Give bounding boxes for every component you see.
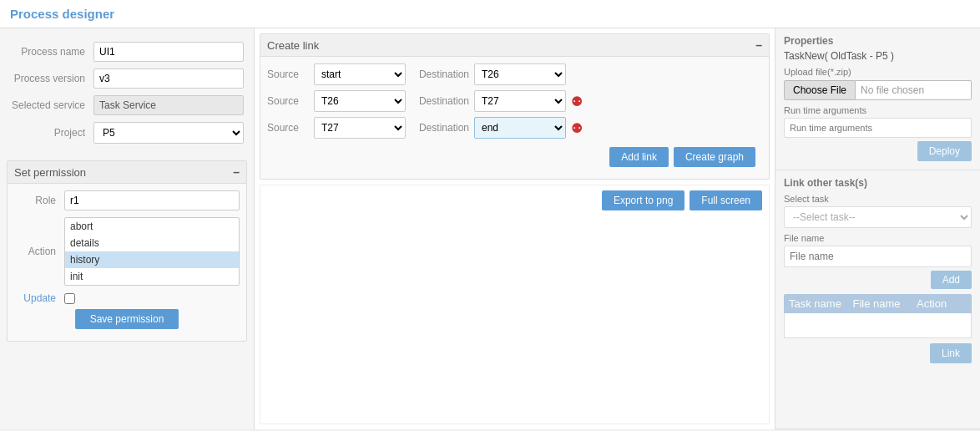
full-screen-button[interactable]: Full screen (690, 190, 762, 210)
dest-select-2[interactable]: T27 start T26 end (474, 90, 566, 112)
col-task-name: Task name (789, 297, 853, 310)
dest-select-3[interactable]: end start T26 T27 (474, 117, 566, 139)
link-row-1: Source start T26 T27 end Destination T26… (267, 63, 762, 85)
link-other-actions: Link (784, 338, 972, 365)
source-label-2: Source (267, 95, 309, 107)
process-version-label: Process version (10, 73, 93, 84)
choose-file-row: Choose File No file chosen (784, 80, 972, 100)
dest-label-1: Destination (411, 68, 469, 80)
create-link-collapse-icon[interactable]: – (755, 38, 762, 52)
file-name-input[interactable] (784, 246, 972, 267)
selected-service-label: Selected service (10, 99, 93, 111)
action-item-history[interactable]: history (65, 251, 239, 268)
file-name-label: File name (784, 233, 972, 243)
set-permission-body: Role Action abort details history init U… (8, 184, 246, 341)
middle-panel: Create link – Source start T26 T27 end D… (255, 28, 775, 429)
dest-select-1[interactable]: T26 start T27 end (474, 63, 566, 85)
set-permission-title: Set permission (14, 166, 86, 179)
table-body (784, 313, 972, 338)
graph-actions: Export to png Full screen (260, 185, 769, 216)
selected-service-row: Selected service Task Service (10, 95, 244, 115)
col-file-name: File name (853, 297, 917, 310)
process-name-label: Process name (10, 46, 93, 58)
action-item-details[interactable]: details (65, 235, 239, 251)
action-item-init[interactable]: init (65, 268, 239, 285)
role-label: Role (14, 195, 64, 206)
selected-service-value: Task Service (93, 95, 244, 115)
update-row: Update (14, 292, 240, 304)
link-other-section: Link other task(s) Select task --Select … (775, 170, 980, 429)
runtime-input[interactable] (784, 118, 972, 138)
select-task-label: Select task (784, 194, 972, 204)
link-row-3: Source T27 start T26 end Destination end… (267, 117, 762, 139)
project-row: Project P5 P1 P2 P3 (10, 122, 244, 144)
action-label: Action (14, 246, 64, 257)
app-title: Process designer (10, 7, 114, 21)
right-panel: Properties TaskNew( OldTask - P5 ) Uploa… (775, 28, 980, 429)
upload-label: Upload file(*.zip) (784, 67, 972, 77)
link-button[interactable]: Link (930, 343, 972, 363)
role-row: Role (14, 190, 240, 210)
deploy-row: Deploy (784, 141, 972, 163)
create-link-body: Source start T26 T27 end Destination T26… (260, 57, 769, 179)
process-name-input[interactable] (93, 42, 244, 62)
no-file-text: No file chosen (856, 80, 972, 100)
link-row-2: Source T26 start T27 end Destination T27… (267, 90, 762, 112)
col-action: Action (917, 297, 967, 310)
deploy-button[interactable]: Deploy (917, 141, 972, 161)
source-select-3[interactable]: T27 start T26 end (314, 117, 406, 139)
export-png-button[interactable]: Export to png (602, 190, 684, 210)
form-section: Process name Process version Selected se… (0, 37, 254, 155)
update-label: Update (14, 292, 64, 304)
create-graph-button[interactable]: Create graph (674, 147, 755, 167)
properties-subtitle: TaskNew( OldTask - P5 ) (784, 50, 972, 62)
action-list[interactable]: abort details history init (64, 217, 240, 286)
graph-area: Export to png Full screen (260, 185, 770, 424)
add-row: Add (784, 271, 972, 289)
select-task-select[interactable]: --Select task-- (784, 206, 972, 228)
properties-title: Properties (784, 35, 972, 47)
source-select-1[interactable]: start T26 T27 end (314, 63, 406, 85)
create-link-section: Create link – Source start T26 T27 end D… (260, 33, 770, 180)
process-name-row: Process name (10, 42, 244, 62)
set-permission-collapse-icon[interactable]: – (233, 165, 240, 179)
add-button[interactable]: Add (931, 271, 972, 289)
dest-label-3: Destination (411, 122, 469, 134)
process-version-row: Process version (10, 68, 244, 89)
save-permission-button[interactable]: Save permission (75, 309, 179, 329)
link-other-title: Link other task(s) (784, 177, 972, 189)
add-link-button[interactable]: Add link (609, 147, 669, 167)
role-input[interactable] (64, 190, 240, 210)
runtime-label: Run time arguments (784, 105, 972, 115)
update-checkbox[interactable] (64, 293, 75, 304)
properties-section: Properties TaskNew( OldTask - P5 ) Uploa… (775, 28, 980, 170)
set-permission-panel: Set permission – Role Action abort detai… (7, 160, 247, 342)
dest-label-2: Destination (411, 95, 469, 107)
action-row: Action abort details history init (14, 217, 240, 286)
main-container: Process name Process version Selected se… (0, 28, 980, 429)
project-select[interactable]: P5 P1 P2 P3 (93, 122, 244, 144)
action-item-abort[interactable]: abort (65, 218, 239, 235)
source-select-2[interactable]: T26 start T27 end (314, 90, 406, 112)
source-label-1: Source (267, 68, 309, 80)
set-permission-header: Set permission – (8, 161, 246, 184)
top-bar: Process designer (0, 0, 980, 28)
left-panel: Process name Process version Selected se… (0, 28, 255, 429)
source-label-3: Source (267, 122, 309, 134)
project-label: Project (10, 127, 93, 139)
create-link-header: Create link – (260, 34, 769, 57)
remove-row-2-button[interactable]: ⚉ (571, 94, 583, 109)
table-header: Task name File name Action (784, 294, 972, 313)
create-link-title: Create link (267, 39, 319, 52)
remove-row-3-button[interactable]: ⚉ (571, 120, 583, 136)
link-actions: Add link Create graph (267, 144, 762, 172)
process-version-input[interactable] (93, 68, 244, 89)
choose-file-button[interactable]: Choose File (784, 80, 856, 100)
